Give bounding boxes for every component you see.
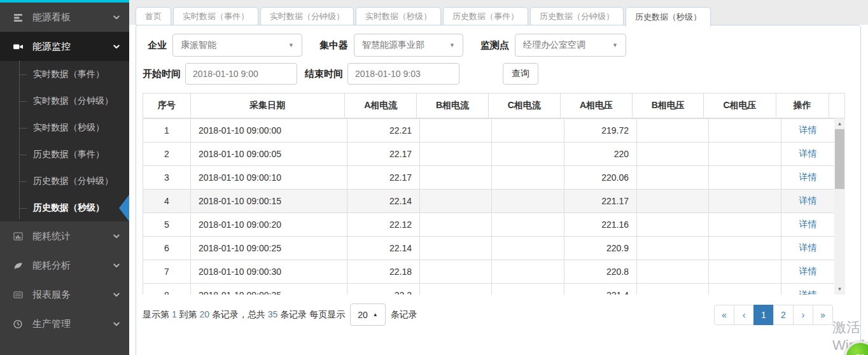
- table-row: 82018-01-10 09:00:3522.2221.4详情: [143, 284, 835, 295]
- sidebar-item-production-mgmt[interactable]: 生产管理: [0, 309, 129, 338]
- cell-col-voltage-b: [637, 284, 709, 295]
- cell-col-current-a: 22.14: [347, 190, 420, 213]
- query-button[interactable]: 查询: [503, 63, 538, 85]
- cell-col-current-c: [492, 190, 564, 213]
- record-summary-text: 显示第 1 到第 20 条记录，总共 35 条记录 每页显示: [143, 309, 345, 321]
- bar-chart-icon: [13, 231, 24, 241]
- sidebar-item-energy-analysis[interactable]: 能耗分析: [0, 251, 129, 280]
- cell-col-seq: 8: [143, 284, 191, 295]
- sidebar-menu: 能源看板能源监控实时数据（事件）实时数据（分钟级）实时数据（秒级）历史数据（事件…: [0, 3, 129, 338]
- detail-link[interactable]: 详情: [799, 172, 817, 182]
- cell-col-voltage-a: 220.8: [564, 260, 637, 284]
- sidebar-subitem-realtime-event[interactable]: 实时数据（事件）: [0, 61, 129, 88]
- cell-col-voltage-c: [709, 119, 781, 143]
- sidebar-subitem-realtime-minute[interactable]: 实时数据（分钟级）: [0, 88, 129, 115]
- cell-col-date: 2018-01-10 09:00:10: [191, 166, 347, 190]
- table-row: 22018-01-10 09:00:0522.17220详情: [143, 143, 835, 166]
- chevron-down-icon: [113, 13, 120, 21]
- detail-link[interactable]: 详情: [799, 289, 817, 295]
- detail-link[interactable]: 详情: [799, 219, 817, 229]
- sidebar-item-report-service[interactable]: 报表服务: [0, 280, 129, 309]
- table-scrollbar[interactable]: ▲ ▼: [834, 118, 845, 295]
- chevron-down-icon: [113, 43, 120, 50]
- enterprise-select[interactable]: 康派智能 ▼: [172, 34, 302, 57]
- cell-col-seq: 3: [143, 166, 191, 190]
- cell-col-date: 2018-01-10 09:00:00: [191, 119, 347, 143]
- tab-realtime-minute[interactable]: 实时数据（分钟级）: [260, 7, 354, 25]
- cell-col-date: 2018-01-10 09:00:35: [191, 284, 347, 295]
- scroll-down-icon[interactable]: ▼: [834, 284, 845, 294]
- cell-col-seq: 6: [143, 237, 191, 260]
- sidebar-item-label: 能耗统计: [32, 230, 71, 242]
- cell-col-current-b: [420, 166, 492, 190]
- record-count: 20: [199, 309, 209, 319]
- cell-col-voltage-a: 220.06: [564, 166, 637, 190]
- tab-history-event[interactable]: 历史数据（事件）: [443, 7, 528, 25]
- start-time-input[interactable]: [185, 63, 297, 85]
- page-1-button[interactable]: 1: [753, 305, 774, 325]
- tab-home[interactable]: 首页: [136, 7, 171, 25]
- chevron-down-icon: ▼: [612, 42, 618, 48]
- page-prev-button[interactable]: ‹: [734, 305, 754, 325]
- tab-history-second[interactable]: 历史数据（秒级）: [626, 7, 711, 27]
- cell-col-date: 2018-01-10 09:00:05: [191, 143, 347, 166]
- tab-realtime-event[interactable]: 实时数据（事件）: [173, 7, 258, 25]
- sidebar-item-energy-dashboard[interactable]: 能源看板: [0, 3, 129, 32]
- concentrator-select-value: 智慧能源事业部: [362, 39, 424, 51]
- sidebar-subitem-realtime-second[interactable]: 实时数据（秒级）: [0, 115, 129, 141]
- record-count: 1: [172, 309, 177, 319]
- tab-history-minute[interactable]: 历史数据（分钟级）: [530, 7, 624, 25]
- sidebar-subitem-history-minute[interactable]: 历史数据（分钟级）: [0, 168, 129, 195]
- cell-col-voltage-a: 219.72: [564, 119, 637, 143]
- tab-realtime-second[interactable]: 实时数据（秒级）: [356, 7, 441, 25]
- concentrator-select[interactable]: 智慧能源事业部 ▼: [354, 34, 463, 57]
- cell-col-current-c: [492, 260, 564, 284]
- dashboard-icon: [13, 12, 24, 22]
- page-next-button[interactable]: ›: [793, 305, 813, 325]
- end-time-input[interactable]: [347, 63, 459, 85]
- column-header-col-voltage-a: A相电压: [560, 94, 632, 118]
- chevron-down-icon: ▼: [288, 42, 294, 48]
- cell-col-current-b: [420, 119, 492, 143]
- record-summary-suffix: 条记录: [391, 309, 417, 321]
- cell-col-voltage-c: [709, 166, 781, 190]
- cell-col-current-b: [420, 190, 492, 213]
- page-first-button[interactable]: «: [714, 305, 734, 325]
- scrollbar-thumb[interactable]: [835, 129, 844, 189]
- monitor-point-select[interactable]: 经理办公室空调 ▼: [515, 34, 626, 57]
- detail-link[interactable]: 详情: [799, 195, 817, 205]
- sidebar-subitem-history-second[interactable]: 历史数据（秒级）: [0, 195, 129, 221]
- sidebar-item-label: 能源看板: [32, 11, 71, 24]
- detail-link[interactable]: 详情: [799, 242, 817, 253]
- table-row: 52018-01-10 09:00:2022.12221.16详情: [143, 213, 835, 237]
- sidebar-subitem-history-event[interactable]: 历史数据（事件）: [0, 141, 129, 168]
- column-header-col-current-a: A相电流: [345, 94, 417, 118]
- monitor-point-select-value: 经理办公室空调: [523, 39, 585, 51]
- page-last-button[interactable]: »: [813, 305, 833, 325]
- monitor-point-label: 监测点: [473, 39, 509, 52]
- cell-col-voltage-b: [637, 119, 709, 143]
- table-row: 12018-01-10 09:00:0022.21219.72详情: [143, 119, 835, 143]
- tab-bar: 首页实时数据（事件）实时数据（分钟级）实时数据（秒级）历史数据（事件）历史数据（…: [136, 7, 711, 27]
- cell-col-voltage-a: 221.4: [564, 284, 637, 295]
- page-size-select[interactable]: 20 ▲: [350, 303, 386, 326]
- detail-link[interactable]: 详情: [799, 125, 817, 135]
- cell-col-date: 2018-01-10 09:00:20: [191, 213, 347, 237]
- chevron-down-icon: [113, 291, 120, 298]
- detail-link[interactable]: 详情: [799, 148, 817, 158]
- chevron-up-icon: ▲: [373, 312, 378, 317]
- table-row: 42018-01-10 09:00:1522.14221.17详情: [143, 190, 835, 213]
- sidebar-item-energy-stats[interactable]: 能耗统计: [0, 221, 129, 251]
- cell-col-current-c: [492, 119, 564, 143]
- sidebar-item-label: 生产管理: [32, 318, 71, 330]
- cell-col-current-a: 22.12: [347, 213, 420, 237]
- table-row: 32018-01-10 09:00:1022.17220.06详情: [143, 166, 835, 190]
- cell-col-date: 2018-01-10 09:00:15: [191, 190, 347, 213]
- scroll-up-icon[interactable]: ▲: [834, 119, 845, 129]
- page-2-button[interactable]: 2: [773, 305, 794, 325]
- table-header: 序号采集日期A相电流B相电流C相电流A相电压B相电压C相电压操作: [143, 93, 845, 118]
- cell-col-voltage-c: [709, 213, 781, 237]
- sidebar-item-energy-monitor[interactable]: 能源监控: [0, 32, 129, 61]
- detail-link[interactable]: 详情: [799, 266, 817, 276]
- record-summary: 显示第 1 到第 20 条记录，总共 35 条记录 每页显示 20 ▲ 条记录: [143, 303, 417, 326]
